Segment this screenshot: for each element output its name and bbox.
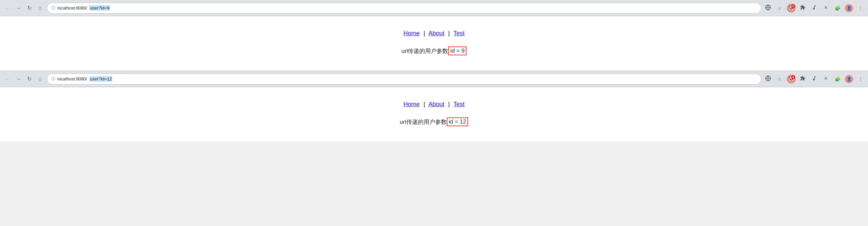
home-button-2[interactable]: ⌂ (35, 74, 45, 84)
about-link-2[interactable]: About (428, 101, 444, 108)
puzzle-icon-2: 🧩 (835, 76, 840, 82)
home-link-2[interactable]: Home (403, 101, 420, 108)
media-button-1[interactable] (810, 3, 819, 13)
translate-button-2[interactable] (763, 74, 773, 84)
nav-buttons-1: ← → ↻ ⌂ (3, 3, 45, 13)
extension-button-2[interactable] (798, 74, 807, 84)
media-button-2[interactable] (810, 74, 819, 84)
back-icon-2: ← (5, 76, 10, 82)
browser-window-2: ← → ↻ ⌂ ⓘ localhost:8080/user?id=12 (0, 71, 868, 142)
sep1-2: | (423, 101, 425, 108)
address-text-prefix-1: localhost:8080/ (57, 5, 87, 11)
browser-chrome-2: ← → ↻ ⌂ ⓘ localhost:8080/user?id=12 (0, 71, 868, 87)
reload-icon-2: ↻ (27, 76, 32, 82)
sep2-2: | (448, 101, 450, 108)
forward-button-2[interactable]: → (14, 74, 23, 84)
home-icon-2: ⌂ (38, 76, 42, 82)
home-link-1[interactable]: Home (403, 30, 420, 37)
star-icon-2: ☆ (778, 76, 782, 82)
extensions-puzzle-2[interactable]: 🧩 (833, 74, 842, 84)
reload-button-1[interactable]: ↻ (24, 3, 34, 13)
avatar-icon-2: 👤 (845, 75, 853, 83)
media-icon-2 (812, 76, 817, 82)
page-content-2: Home | About | Test url传递的用户参数id = 12 (0, 87, 868, 142)
star-icon-1: ☆ (778, 5, 782, 11)
page-text-prefix-1: url传递的用户参数 (402, 47, 448, 55)
reload-button-2[interactable]: ↻ (24, 74, 34, 84)
toolbar-right-1: ☆ 🐼 2 (763, 3, 865, 13)
extension-button-1[interactable] (798, 3, 807, 13)
address-highlight-1: user?id=9 (89, 5, 110, 11)
badge-1: 2 (791, 4, 795, 8)
page-content-1: Home | About | Test url传递的用户参数id = 9 (0, 16, 868, 71)
close-button-2[interactable] (821, 74, 831, 84)
page-text-1: url传递的用户参数id = 9 (402, 46, 467, 55)
test-link-1[interactable]: Test (454, 30, 465, 37)
lock-icon-2: ⓘ (51, 76, 55, 82)
menu-icon-2: ⋮ (858, 76, 863, 82)
avatar-icon-1: 👤 (845, 4, 853, 12)
media-icon-1 (812, 5, 817, 11)
page-text-2: url传递的用户参数id = 12 (400, 117, 468, 126)
forward-icon: → (16, 5, 21, 11)
lock-icon-1: ⓘ (51, 5, 55, 11)
home-icon: ⌂ (38, 5, 42, 11)
forward-icon-2: → (16, 76, 21, 82)
star-button-2[interactable]: ☆ (775, 74, 784, 84)
address-text-prefix-2: localhost:8080/ (57, 76, 87, 81)
translate-icon-2 (765, 75, 771, 82)
extension-icon-2 (800, 76, 805, 82)
address-bar-1[interactable]: ⓘ localhost:8080/user?id=9 (47, 3, 761, 14)
home-button-1[interactable]: ⌂ (35, 3, 45, 13)
menu-button-2[interactable]: ⋮ (856, 74, 865, 84)
browser-window-1: ← → ↻ ⌂ ⓘ localhost:8080/user?id=9 (0, 0, 868, 71)
reload-icon: ↻ (27, 5, 32, 11)
menu-button-1[interactable]: ⋮ (856, 3, 865, 13)
translate-button-1[interactable] (763, 3, 773, 13)
puzzle-icon-1: 🧩 (835, 5, 840, 11)
toolbar-right-2: ☆ 🐼 2 (763, 74, 865, 84)
param-highlight-1: id = 9 (448, 46, 466, 55)
menu-icon-1: ⋮ (858, 5, 863, 11)
profile-button-1[interactable]: 🐼 2 (786, 3, 796, 13)
star-button-1[interactable]: ☆ (775, 3, 784, 13)
back-icon: ← (5, 5, 10, 11)
nav-links-2: Home | About | Test (403, 101, 464, 108)
close-icon-1 (823, 5, 828, 11)
extensions-puzzle-1[interactable]: 🧩 (833, 3, 842, 13)
about-link-1[interactable]: About (428, 30, 444, 37)
translate-icon-1 (765, 4, 771, 12)
browser-chrome-1: ← → ↻ ⌂ ⓘ localhost:8080/user?id=9 (0, 0, 868, 16)
avatar-button-1[interactable]: 👤 (844, 3, 854, 13)
close-icon-2 (823, 76, 828, 82)
sep1-1: | (423, 30, 425, 37)
sep2-1: | (448, 30, 450, 37)
address-bar-2[interactable]: ⓘ localhost:8080/user?id=12 (47, 74, 761, 84)
address-highlight-2: user?id=12 (89, 76, 113, 82)
nav-buttons-2: ← → ↻ ⌂ (3, 74, 45, 84)
test-link-2[interactable]: Test (454, 101, 465, 108)
avatar-button-2[interactable]: 👤 (844, 74, 854, 84)
back-button-2[interactable]: ← (3, 74, 12, 84)
extension-icon-1 (800, 5, 805, 11)
badge-2: 2 (791, 75, 795, 79)
profile-button-2[interactable]: 🐼 2 (786, 74, 796, 84)
forward-button-1[interactable]: → (14, 3, 23, 13)
back-button-1[interactable]: ← (3, 3, 12, 13)
close-button-1[interactable] (821, 3, 831, 13)
page-text-prefix-2: url传递的用户参数 (400, 118, 447, 126)
nav-links-1: Home | About | Test (403, 30, 464, 37)
param-highlight-2: id = 12 (447, 117, 469, 126)
